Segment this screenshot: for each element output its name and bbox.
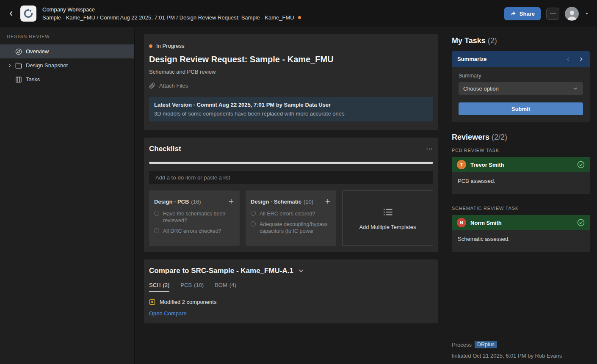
reviewers-title: Reviewers (2/2)	[452, 133, 590, 142]
review-header-card: In Progress Design Review Request: Sampl…	[144, 34, 438, 130]
todo-input[interactable]	[149, 171, 433, 184]
attach-files-button[interactable]: Attach Files	[149, 83, 188, 89]
process-badge[interactable]: DRplus	[475, 341, 497, 348]
reviewers-title-text: Reviewers	[452, 133, 489, 141]
summary-select-value: Choose option	[463, 85, 499, 92]
reviewer-name: Norm Smith	[470, 220, 502, 226]
folder-icon	[15, 62, 22, 69]
topbar: Company Workspace Sample - Kame_FMU / Co…	[0, 0, 597, 27]
template-count: (10)	[304, 199, 313, 205]
template-item: Adequate decoupling/bypass capacitors (t…	[251, 221, 331, 234]
right-panel: My Tasks (2) Summarize Summary Choose o	[452, 27, 590, 364]
submit-button[interactable]: Submit	[459, 102, 583, 115]
add-template-icon[interactable]	[228, 198, 235, 205]
template-item: All ERC errors cleared?	[251, 210, 331, 217]
checklist-menu-button[interactable]	[426, 145, 433, 153]
prev-task-button[interactable]	[565, 56, 571, 62]
more-options-button[interactable]	[546, 8, 559, 20]
sidebar-section-label: DESIGN REVIEW	[0, 34, 134, 39]
compare-card: Compare to SRC-Sample - Kame_FMU-A.1 SCH…	[144, 259, 438, 323]
my-tasks-title: My Tasks (2)	[452, 36, 590, 45]
task-complete-icon	[577, 161, 585, 168]
initiated-text: Initiated Oct 21 2025, 6:01 PM by Rob Ev…	[452, 353, 562, 359]
modified-label: Modified 2 components	[160, 299, 216, 305]
titlebar-text: Company Workspace Sample - Kame_FMU / Co…	[42, 6, 301, 21]
app-logo[interactable]	[20, 6, 36, 22]
share-button[interactable]: Share	[504, 7, 541, 20]
sidebar-item-tasks[interactable]: Tasks	[0, 72, 134, 86]
open-compare-link[interactable]: Open Compare	[149, 310, 187, 317]
checklist-progress-bar	[149, 162, 433, 164]
checklist-header: Checklist	[149, 145, 433, 153]
main-area: In Progress Design Review Request: Sampl…	[135, 27, 597, 364]
tab-count: (4)	[229, 282, 236, 289]
latest-version-title: Latest Version - Commit Aug 22 2025, 7:0…	[154, 102, 428, 108]
summarize-card: Summarize Summary Choose option	[452, 51, 590, 122]
reviewer-avatar: N	[457, 218, 466, 227]
page-title: Design Review Request: Sample - Kame_FMU	[149, 55, 433, 64]
template-card-header: Design - Schematic (10)	[251, 198, 331, 205]
tab-label: BOM	[215, 282, 227, 289]
chevron-left-icon	[7, 10, 15, 17]
template-card-design-schematic[interactable]: Design - Schematic (10) All ERC errors c…	[246, 190, 336, 246]
tab-pcb[interactable]: PCB (10)	[180, 282, 204, 292]
template-item-label: All ERC errors cleared?	[260, 210, 315, 217]
tab-bom[interactable]: BOM (4)	[215, 282, 236, 292]
sidebar-item-overview[interactable]: Overview	[0, 44, 134, 58]
template-card-design-pcb[interactable]: Design - PCB (16) Have the schematics be…	[149, 190, 240, 246]
reviewers-count: (2/2)	[492, 133, 507, 141]
list-icon	[382, 207, 393, 218]
status-label: In Progress	[156, 43, 184, 49]
sidebar-item-design-snapshot[interactable]: Design Snapshot	[0, 58, 134, 72]
task-navigation	[565, 56, 584, 62]
reviewer-row-trevor[interactable]: T Trevor Smith	[452, 157, 590, 172]
compass-icon	[15, 48, 22, 55]
sidebar: DESIGN REVIEW Overview Design Snapshot T…	[0, 27, 135, 364]
add-multiple-templates-card[interactable]: Add Multiple Templates	[342, 190, 433, 246]
ellipsis-icon	[550, 10, 556, 17]
workspace-title: Company Workspace	[42, 6, 301, 13]
summary-select[interactable]: Choose option	[459, 82, 583, 95]
tab-sch[interactable]: SCH (2)	[149, 282, 169, 292]
breadcrumb[interactable]: Sample - Kame_FMU / Commit Aug 22 2025, …	[42, 14, 301, 21]
summarize-title: Summarize	[457, 56, 486, 62]
user-avatar[interactable]	[565, 7, 579, 21]
tasks-board-icon	[15, 76, 22, 83]
process-label: Process	[452, 342, 472, 348]
template-name: Design - Schematic	[251, 199, 301, 205]
breadcrumb-text[interactable]: Sample - Kame_FMU / Commit Aug 22 2025, …	[42, 14, 294, 21]
user-menu-caret[interactable]	[584, 11, 589, 16]
sidebar-item-label: Design Snapshot	[26, 62, 68, 69]
template-row: Design - PCB (16) Have the schematics be…	[149, 190, 433, 246]
expand-chevron-icon[interactable]	[7, 63, 12, 68]
compare-header[interactable]: Compare to SRC-Sample - Kame_FMU-A.1	[149, 267, 433, 275]
collapse-chevron-icon[interactable]	[298, 267, 304, 274]
summary-field-label: Summary	[459, 73, 583, 79]
compare-title: Compare to SRC-Sample - Kame_FMU-A.1	[149, 267, 293, 275]
checklist-title: Checklist	[149, 145, 181, 153]
reviewer-row-norm[interactable]: N Norm Smith	[452, 215, 590, 230]
next-task-button[interactable]	[578, 56, 584, 62]
checkbox-circle-icon	[154, 211, 159, 216]
template-item-label: Adequate decoupling/bypass capacitors (t…	[260, 221, 331, 234]
template-item-label: All DRC errors checked?	[163, 228, 221, 234]
review-subtitle: Schematic and PCB review	[149, 69, 433, 75]
attach-files-label: Attach Files	[159, 83, 188, 89]
task-section-label: PCB REVIEW TASK	[452, 148, 590, 153]
task-complete-icon	[577, 219, 585, 226]
topbar-actions: Share	[504, 7, 589, 21]
panel-bottom: Process DRplus Initiated Oct 21 2025, 6:…	[452, 341, 562, 359]
summarize-header: Summarize	[452, 51, 590, 67]
add-template-icon[interactable]	[324, 198, 331, 205]
chevron-left-icon	[565, 56, 571, 62]
back-button[interactable]	[5, 8, 17, 19]
status-dot	[149, 44, 152, 48]
modified-summary-row: Modified 2 components	[149, 299, 433, 305]
template-card-header: Design - PCB (16)	[154, 198, 235, 205]
reviewer-avatar: T	[457, 160, 466, 169]
reviewer-note: PCB assessed.	[452, 172, 590, 194]
tab-count: (10)	[194, 282, 204, 289]
latest-version-description: 3D models of some components have been r…	[154, 110, 428, 117]
share-icon	[510, 11, 516, 17]
template-count: (16)	[191, 199, 201, 205]
